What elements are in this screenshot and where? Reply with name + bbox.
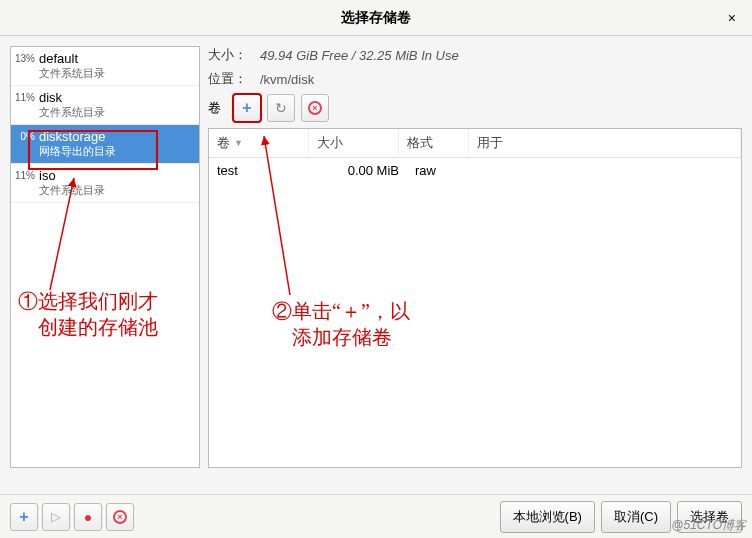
start-pool-button[interactable]: ▷ xyxy=(42,503,70,531)
col-volume[interactable]: 卷▼ xyxy=(209,129,309,157)
pool-desc: 文件系统目录 xyxy=(39,105,195,120)
refresh-button[interactable]: ↻ xyxy=(267,94,295,122)
size-label: 大小： xyxy=(208,46,260,64)
close-icon[interactable]: × xyxy=(722,8,742,28)
record-icon: ● xyxy=(84,509,92,525)
pool-item-disk[interactable]: 11% disk 文件系统目录 xyxy=(11,86,199,125)
volume-toolbar: 卷 + ↻ × xyxy=(208,94,742,122)
delete-volume-button[interactable]: × xyxy=(301,94,329,122)
details-panel: 大小： 49.94 GiB Free / 32.25 MiB In Use 位置… xyxy=(208,46,742,468)
delete-icon: × xyxy=(308,101,322,115)
pool-percent: 13% xyxy=(11,51,39,64)
stop-pool-button[interactable]: ● xyxy=(74,503,102,531)
pool-name: default xyxy=(39,51,195,66)
add-volume-button[interactable]: + xyxy=(233,94,261,122)
pool-percent: 11% xyxy=(11,90,39,103)
pool-desc: 文件系统目录 xyxy=(39,66,195,81)
col-usedfor[interactable]: 用于 xyxy=(469,129,741,157)
main-area: 13% default 文件系统目录 11% disk 文件系统目录 0% di… xyxy=(0,36,752,478)
footer-bar: + ▷ ● × 本地浏览(B) 取消(C) 选择卷 xyxy=(0,494,752,538)
window-title: 选择存储卷 xyxy=(341,9,411,27)
pool-name: disk xyxy=(39,90,195,105)
plus-icon: + xyxy=(242,99,251,117)
pool-item-default[interactable]: 13% default 文件系统目录 xyxy=(11,47,199,86)
location-value: /kvm/disk xyxy=(260,72,314,87)
sort-arrow-icon: ▼ xyxy=(234,138,243,148)
add-pool-button[interactable]: + xyxy=(10,503,38,531)
col-format[interactable]: 格式 xyxy=(399,129,469,157)
size-row: 大小： 49.94 GiB Free / 32.25 MiB In Use xyxy=(208,46,742,64)
cell-name: test xyxy=(217,163,317,178)
size-value: 49.94 GiB Free / 32.25 MiB In Use xyxy=(260,48,459,63)
pool-percent: 11% xyxy=(11,168,39,181)
refresh-icon: ↻ xyxy=(275,100,287,116)
pool-name: iso xyxy=(39,168,195,183)
pool-item-iso[interactable]: 11% iso 文件系统目录 xyxy=(11,164,199,203)
delete-pool-button[interactable]: × xyxy=(106,503,134,531)
cancel-button[interactable]: 取消(C) xyxy=(601,501,671,533)
pool-percent: 0% xyxy=(11,129,39,142)
volume-table: 卷▼ 大小 格式 用于 test 0.00 MiB raw xyxy=(208,128,742,468)
location-label: 位置： xyxy=(208,70,260,88)
cell-use xyxy=(477,163,733,178)
pool-item-diskstorage[interactable]: 0% diskstorage 网络导出的目录 xyxy=(11,125,199,164)
cell-size: 0.00 MiB xyxy=(317,163,407,178)
play-icon: ▷ xyxy=(51,509,61,524)
pool-list: 13% default 文件系统目录 11% disk 文件系统目录 0% di… xyxy=(10,46,200,468)
location-row: 位置： /kvm/disk xyxy=(208,70,742,88)
plus-icon: + xyxy=(19,508,28,526)
table-row[interactable]: test 0.00 MiB raw xyxy=(209,158,741,183)
delete-icon: × xyxy=(113,510,127,524)
watermark: @51CTO博客 xyxy=(671,517,746,534)
titlebar: 选择存储卷 × xyxy=(0,0,752,36)
cell-fmt: raw xyxy=(407,163,477,178)
pool-desc: 文件系统目录 xyxy=(39,183,195,198)
col-size[interactable]: 大小 xyxy=(309,129,399,157)
local-browse-button[interactable]: 本地浏览(B) xyxy=(500,501,595,533)
pool-name: diskstorage xyxy=(39,129,195,144)
table-header: 卷▼ 大小 格式 用于 xyxy=(209,129,741,158)
volume-label: 卷 xyxy=(208,99,221,117)
pool-desc: 网络导出的目录 xyxy=(39,144,195,159)
